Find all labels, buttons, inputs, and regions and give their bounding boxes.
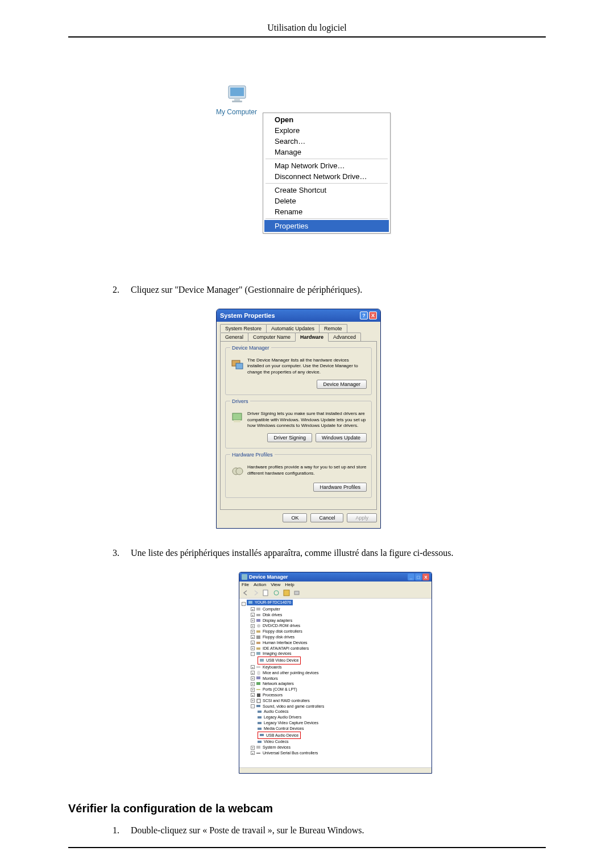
tree-item-computer[interactable]: Computer xyxy=(263,607,280,612)
svg-rect-22 xyxy=(256,647,260,650)
menu-action[interactable]: Action xyxy=(254,582,266,587)
menu-help[interactable]: Help xyxy=(285,582,294,587)
highlighted-usb-audio: USB Audio Device xyxy=(258,732,301,740)
maximize-button[interactable]: □ xyxy=(415,574,422,580)
svg-rect-28 xyxy=(256,682,260,685)
expand-icon[interactable]: + xyxy=(251,624,255,628)
menu-item-properties[interactable]: Properties xyxy=(264,220,389,232)
tree-item-usb[interactable]: Universal Serial Bus controllers xyxy=(263,750,318,756)
tree-item-imaging[interactable]: Imaging devices xyxy=(263,651,292,657)
tree-item-disk[interactable]: Disk drives xyxy=(263,612,282,618)
menu-item-map-network[interactable]: Map Network Drive… xyxy=(264,160,389,171)
tab-system-restore[interactable]: System Restore xyxy=(220,324,267,333)
expand-icon[interactable]: + xyxy=(251,751,255,755)
tree-item-legacy-video[interactable]: Legacy Video Capture Devices xyxy=(264,720,318,726)
tree-item-floppy[interactable]: Floppy disk drives xyxy=(263,634,294,640)
tab-general[interactable]: General xyxy=(220,333,248,341)
forward-icon[interactable] xyxy=(252,589,260,597)
collapse-icon[interactable]: - xyxy=(251,704,255,708)
apply-button[interactable]: Apply xyxy=(347,513,377,522)
expand-icon[interactable]: + xyxy=(251,676,255,680)
tree-item-system[interactable]: System devices xyxy=(263,745,291,750)
help-icon[interactable] xyxy=(283,589,291,597)
menu-item-delete[interactable]: Delete xyxy=(264,196,389,206)
expand-icon[interactable]: + xyxy=(251,607,255,611)
tree-item-video-codecs[interactable]: Video Codecs xyxy=(264,739,288,745)
expand-icon[interactable]: + xyxy=(251,699,255,703)
tab-remote[interactable]: Remote xyxy=(319,324,347,333)
tree-item-display[interactable]: Display adapters xyxy=(263,618,292,624)
my-computer-desktop-icon[interactable]: My Computer xyxy=(216,83,257,116)
step-text: Une liste des périphériques installés ap… xyxy=(131,548,546,558)
tree-item-usb-video[interactable]: USB Video Device xyxy=(266,658,298,663)
svg-rect-31 xyxy=(257,699,260,703)
expand-icon[interactable]: + xyxy=(251,693,255,697)
expand-icon[interactable]: + xyxy=(251,665,255,669)
tab-advanced[interactable]: Advanced xyxy=(328,333,361,341)
expand-icon[interactable]: + xyxy=(251,630,255,634)
menu-item-search[interactable]: Search… xyxy=(264,136,389,147)
expand-icon[interactable]: + xyxy=(251,613,255,617)
expand-icon[interactable]: + xyxy=(251,682,255,686)
tree-item-dvd[interactable]: DVD/CD-ROM drives xyxy=(263,623,300,629)
cancel-button[interactable]: Cancel xyxy=(310,513,343,522)
expand-icon[interactable]: + xyxy=(251,746,255,750)
close-button[interactable]: X xyxy=(422,574,429,580)
hardware-profiles-button[interactable]: Hardware Profiles xyxy=(313,483,367,492)
tree-root[interactable]: YOUR-9F7DC14076 xyxy=(247,600,293,605)
device-tree: - YOUR-9F7DC14076 +Computer +Disk drives… xyxy=(239,599,432,767)
ok-button[interactable]: OK xyxy=(283,513,307,522)
collapse-icon[interactable]: - xyxy=(242,602,246,606)
tree-item-mice[interactable]: Mice and other pointing devices xyxy=(263,670,318,676)
tree-item-keyboards[interactable]: Keyboards xyxy=(263,665,281,670)
tree-item-media-control[interactable]: Media Control Devices xyxy=(264,726,304,732)
device-manager-button[interactable]: Device Manager xyxy=(317,380,367,389)
tree-item-audio-codecs[interactable]: Audio Codecs xyxy=(264,709,289,715)
tree-item-ide[interactable]: IDE ATA/ATAPI controllers xyxy=(263,646,309,651)
help-button[interactable]: ? xyxy=(360,312,368,319)
windows-update-button[interactable]: Windows Update xyxy=(316,433,367,442)
menu-item-create-shortcut[interactable]: Create Shortcut xyxy=(264,185,389,196)
scan-icon[interactable] xyxy=(272,589,280,597)
minimize-button[interactable]: _ xyxy=(408,574,414,580)
back-icon[interactable] xyxy=(242,589,250,597)
close-button[interactable]: X xyxy=(369,312,377,319)
menu-item-open[interactable]: Open xyxy=(264,114,389,125)
collapse-icon[interactable]: - xyxy=(251,652,255,656)
menu-item-disconnect-network[interactable]: Disconnect Network Drive… xyxy=(264,171,389,182)
expand-icon[interactable]: + xyxy=(251,635,255,639)
tree-item-legacy-audio[interactable]: Legacy Audio Drivers xyxy=(264,715,301,720)
fieldset-text: Driver Signing lets you make sure that i… xyxy=(247,411,367,429)
tree-item-scsi[interactable]: SCSI and RAID controllers xyxy=(263,698,310,704)
step-number: 3. xyxy=(102,548,119,558)
expand-icon[interactable]: + xyxy=(251,671,255,675)
tree-item-sound[interactable]: Sound, video and game controllers xyxy=(263,704,324,709)
step-text: Cliquez sur "Device Manager" (Gestionnai… xyxy=(131,285,546,295)
properties-icon[interactable] xyxy=(262,589,270,597)
expand-icon[interactable]: + xyxy=(251,688,255,692)
tab-hardware[interactable]: Hardware xyxy=(295,333,329,342)
svg-rect-14 xyxy=(248,601,252,604)
tree-item-processors[interactable]: Processors xyxy=(263,692,283,698)
menu-item-explore[interactable]: Explore xyxy=(264,125,389,136)
menu-item-rename[interactable]: Rename xyxy=(264,206,389,217)
tab-automatic-updates[interactable]: Automatic Updates xyxy=(266,324,320,333)
menu-file[interactable]: File xyxy=(242,582,249,587)
tree-item-usb-audio[interactable]: USB Audio Device xyxy=(266,733,298,738)
driver-signing-button[interactable]: Driver Signing xyxy=(267,433,312,442)
menu-item-manage[interactable]: Manage xyxy=(264,147,389,157)
tree-item-ports[interactable]: Ports (COM & LPT) xyxy=(263,687,297,692)
tree-item-network[interactable]: Network adapters xyxy=(263,681,294,687)
tree-item-hid[interactable]: Human Interface Devices xyxy=(263,640,308,646)
tree-item-monitors[interactable]: Monitors xyxy=(263,676,278,682)
expand-icon[interactable]: + xyxy=(251,646,255,650)
menu-view[interactable]: View xyxy=(271,582,280,587)
svg-rect-24 xyxy=(260,659,264,662)
expand-icon[interactable]: + xyxy=(251,641,255,645)
tab-computer-name[interactable]: Computer Name xyxy=(248,333,296,341)
svg-rect-10 xyxy=(263,590,268,596)
expand-icon[interactable]: + xyxy=(251,618,255,622)
tree-item-floppy-ctrl[interactable]: Floppy disk controllers xyxy=(263,629,302,634)
print-icon[interactable] xyxy=(293,589,301,597)
device-manager-figure: Device Manager _ □ X File Action View He… xyxy=(239,572,546,773)
